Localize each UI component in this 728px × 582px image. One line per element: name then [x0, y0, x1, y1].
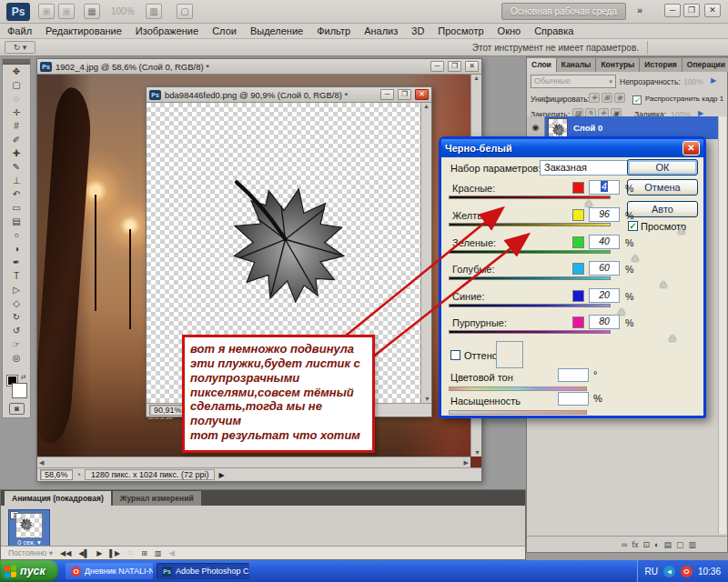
- tab-animation[interactable]: Анимация (покадровая): [5, 491, 111, 506]
- panel-scrollbar[interactable]: [718, 116, 726, 534]
- shape-tool[interactable]: ◇: [3, 296, 30, 310]
- cancel-button[interactable]: Отмена: [627, 179, 698, 196]
- lasso-tool[interactable]: ◌: [3, 92, 30, 105]
- info-icon[interactable]: ◔: [76, 470, 81, 479]
- clone-stamp-tool[interactable]: ⊥: [3, 174, 30, 187]
- tab-layers[interactable]: Слои: [527, 58, 557, 72]
- next-frame-icon[interactable]: ▌▶: [109, 549, 120, 557]
- link-layers-icon[interactable]: ∞: [622, 540, 627, 549]
- play-icon[interactable]: ▶: [96, 549, 102, 557]
- duplicate-frame-icon[interactable]: ⊞: [141, 549, 147, 557]
- chevron-right-icon[interactable]: »: [637, 5, 642, 15]
- dialog-titlebar[interactable]: Черно-белый ✕: [441, 139, 703, 157]
- mini-bridge-icon[interactable]: ▣: [58, 4, 75, 19]
- menu-file[interactable]: Файл: [7, 25, 32, 36]
- slider-value-field[interactable]: 80: [589, 315, 620, 329]
- new-layer-icon[interactable]: ▢: [676, 540, 684, 549]
- slider-handle[interactable]: [669, 335, 676, 341]
- menu-filter[interactable]: Фильтр: [317, 25, 350, 36]
- animation-frame-1[interactable]: 1 0 сек. ▾: [8, 509, 50, 547]
- previous-frame-icon[interactable]: ◀▌: [78, 549, 89, 557]
- menu-select[interactable]: Выделение: [250, 25, 303, 36]
- slider-value-field[interactable]: 96: [589, 207, 620, 222]
- close-icon[interactable]: ✕: [415, 89, 429, 100]
- clock[interactable]: 10:36: [698, 567, 721, 577]
- slider-value-field[interactable]: 40: [589, 235, 620, 249]
- slider-track[interactable]: [449, 196, 611, 199]
- layer-mask-icon[interactable]: ⊡: [642, 540, 650, 549]
- first-frame-icon[interactable]: ◀◀: [60, 549, 71, 557]
- blend-mode-select[interactable]: Обычные▾: [531, 75, 616, 88]
- blur-tool[interactable]: ○: [3, 228, 30, 242]
- arrange-documents-icon[interactable]: ▥: [146, 4, 162, 19]
- menu-layers[interactable]: Слои: [212, 25, 237, 36]
- slider-value-field[interactable]: 60: [589, 261, 620, 276]
- layer-thumbnail[interactable]: [548, 118, 568, 138]
- outer-doc-titlebar[interactable]: Ps 1902_4.jpg @ 58,6% (Слой 0, RGB/8) * …: [37, 59, 481, 75]
- marquee-tool[interactable]: ▢: [3, 78, 30, 92]
- delete-layer-icon[interactable]: ▥: [688, 540, 696, 549]
- eraser-tool[interactable]: ▭: [3, 201, 30, 215]
- tint-color-swatch[interactable]: [496, 341, 523, 368]
- healing-brush-tool[interactable]: ✚: [3, 146, 30, 160]
- menu-help[interactable]: Справка: [534, 25, 573, 36]
- slider-handle[interactable]: [585, 200, 592, 206]
- tint-checkbox[interactable]: [450, 350, 460, 360]
- opacity-arrow-icon[interactable]: ▶: [711, 76, 727, 85]
- close-icon[interactable]: ✕: [682, 141, 700, 156]
- dodge-tool[interactable]: ◑: [3, 242, 30, 256]
- zoom-tool[interactable]: ◎: [3, 351, 30, 365]
- tab-history[interactable]: История: [640, 58, 682, 72]
- inner-doc-titlebar[interactable]: Ps bda98446fed0.png @ 90,9% (Слой 0, RGB…: [147, 87, 431, 103]
- layer-style-fx-icon[interactable]: fx: [632, 540, 638, 549]
- slider-handle[interactable]: [678, 227, 685, 234]
- type-tool[interactable]: T: [3, 269, 30, 283]
- close-icon[interactable]: ✕: [465, 61, 479, 72]
- quick-mask-icon[interactable]: ◙: [9, 403, 25, 415]
- minimize-icon[interactable]: ─: [430, 61, 444, 72]
- opera-tray-icon[interactable]: O: [681, 566, 693, 577]
- menu-image[interactable]: Изображение: [136, 25, 198, 36]
- view-extras-icon[interactable]: ▦: [84, 4, 100, 19]
- menu-analysis[interactable]: Анализ: [364, 25, 398, 36]
- slider-value-field[interactable]: 4: [589, 180, 620, 195]
- restore-icon[interactable]: ❐: [448, 61, 461, 72]
- language-indicator[interactable]: RU: [645, 567, 658, 577]
- gradient-tool[interactable]: ▤: [3, 215, 30, 228]
- slider-value-field[interactable]: 20: [589, 288, 620, 303]
- zoom-level-field[interactable]: 100%: [111, 6, 135, 16]
- hand-tool[interactable]: ☞: [3, 337, 30, 351]
- tab-channels[interactable]: Каналы: [557, 58, 597, 72]
- rotate-3d-tool[interactable]: ↻: [3, 310, 30, 324]
- menu-edit[interactable]: Редактирование: [46, 25, 122, 36]
- menu-window[interactable]: Окно: [498, 25, 521, 36]
- start-button[interactable]: пуск: [0, 560, 58, 582]
- outer-horizontal-scrollbar[interactable]: ◀▶: [37, 457, 470, 467]
- background-color-swatch[interactable]: [12, 383, 27, 398]
- layer-name[interactable]: Слой 0: [573, 123, 602, 133]
- slider-track[interactable]: [449, 304, 611, 307]
- history-brush-tool[interactable]: ↶: [3, 187, 30, 201]
- slider-handle[interactable]: [660, 281, 667, 287]
- adjustment-layer-icon[interactable]: ◐: [654, 540, 659, 549]
- screen-mode-icon[interactable]: ▢: [177, 4, 193, 19]
- bridge-icon[interactable]: ▣: [38, 4, 55, 19]
- layer-group-icon[interactable]: ▤: [663, 540, 672, 549]
- workspace-button[interactable]: Основная рабочая среда: [501, 3, 626, 20]
- slider-track[interactable]: [449, 223, 611, 226]
- tween-icon[interactable]: ⁙: [127, 548, 134, 557]
- slider-handle[interactable]: [632, 255, 639, 261]
- crop-tool[interactable]: #: [3, 119, 30, 133]
- menu-view[interactable]: Просмотр: [438, 25, 483, 36]
- tab-measurement-log[interactable]: Журнал измерений: [113, 491, 201, 506]
- saturation-field[interactable]: [558, 392, 589, 406]
- tab-actions[interactable]: Операции: [682, 58, 728, 72]
- slider-track[interactable]: [449, 276, 611, 280]
- close-icon[interactable]: ✕: [704, 4, 721, 17]
- ok-button[interactable]: ОК: [627, 159, 698, 176]
- hue-gradient-bar[interactable]: [449, 386, 587, 391]
- delete-frame-icon[interactable]: ▥: [155, 549, 162, 557]
- minimize-icon[interactable]: ─: [664, 4, 681, 17]
- inner-vertical-scrollbar[interactable]: ▲▼: [420, 103, 431, 403]
- swap-colors-icon[interactable]: ⇄: [21, 374, 26, 381]
